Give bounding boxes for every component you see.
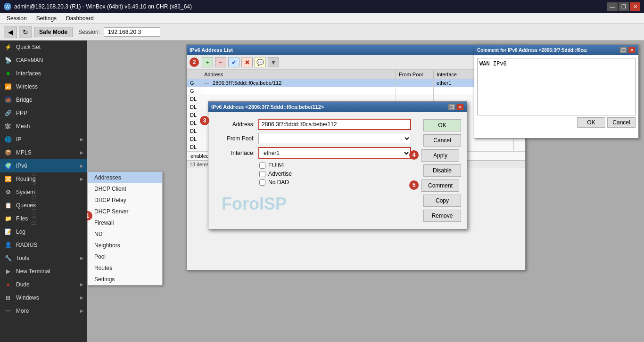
comment-ok-btn[interactable]: OK [577, 117, 605, 128]
comment-button[interactable]: 💬 [255, 57, 266, 67]
ipv6-window-title: IPv6 Address List [190, 47, 233, 53]
step-badge-5: 5 [409, 180, 419, 190]
interface-row: Interface: ether1 [217, 147, 411, 159]
submenu-item-dhcp-client[interactable]: DHCP Client [88, 183, 162, 195]
sidebar-item-routing[interactable]: 🔀 Routing [0, 172, 87, 186]
more-icon: ⋯ [4, 307, 12, 315]
ip-icon: 🌐 [4, 135, 12, 144]
nodad-row: No DAD [259, 179, 411, 186]
comment-restore-btn[interactable]: ❐ [619, 47, 627, 53]
advertise-checkbox[interactable] [259, 171, 265, 177]
submenu-item-nd[interactable]: ND [88, 228, 162, 240]
sidebar-item-ppp[interactable]: 🔗 PPP [0, 106, 87, 120]
routing-icon: 🔀 [4, 175, 12, 183]
log-icon: 📝 [4, 228, 12, 236]
enable-button[interactable]: ✔ [228, 57, 239, 67]
comment-cancel-btn[interactable]: Cancel [607, 117, 636, 128]
submenu-item-addresses[interactable]: Addresses [88, 172, 162, 183]
wireless-icon: 📶 [4, 82, 12, 91]
sidebar-item-ip[interactable]: 🌐 IP [0, 133, 87, 146]
submenu-item-routes[interactable]: Routes [88, 262, 162, 274]
from-pool-label: From Pool: [217, 135, 255, 142]
sidebar-item-capsman[interactable]: 📡 CAPsMAN [0, 54, 87, 67]
apply-button[interactable]: Apply [421, 149, 459, 162]
ipv6-submenu: Addresses DHCP Client DHCP Relay DHCP Se… [87, 171, 163, 285]
sidebar-item-dude[interactable]: ● Dude [0, 278, 87, 291]
forward-button[interactable]: ↻ [19, 26, 32, 38]
foro-watermark: ForoISP [222, 194, 287, 214]
disable-button-dialog[interactable]: Disable [423, 164, 461, 177]
cancel-button[interactable]: Cancel [423, 134, 461, 147]
submenu-item-dhcp-relay[interactable]: DHCP Relay [88, 195, 162, 206]
sidebar-item-log[interactable]: 📝 Log [0, 225, 87, 238]
files-icon: 📁 [4, 214, 12, 223]
menu-dashboard[interactable]: Dashboard [61, 14, 99, 23]
edit-restore-button[interactable]: ❐ [448, 104, 455, 110]
row-flag: G [187, 79, 201, 87]
sidebar-item-mesh[interactable]: 🕸 Mesh [0, 120, 87, 133]
sidebar-item-mpls[interactable]: 📦 MPLS [0, 146, 87, 159]
sidebar-item-more[interactable]: ⋯ More [0, 304, 87, 318]
dialog-buttons: OK Cancel 4 Apply Disable 5 Comment [420, 116, 467, 225]
sidebar-item-tools[interactable]: 🔧 Tools [0, 252, 87, 265]
edit-dialog-controls: ❐ ✕ [448, 104, 464, 110]
edit-dialog-title-bar: IPv6 Address <2806:3f7:5ddd::f0ca:bebe/1… [208, 102, 467, 112]
menu-settings[interactable]: Settings [32, 14, 61, 23]
comment-window-title-bar: Comment for IPv6 Address <2806:3f7:5ddd:… [474, 45, 638, 55]
safe-mode-button[interactable]: Safe Mode [34, 27, 73, 37]
sidebar-item-quick-set[interactable]: ⚡ Quick Set [0, 41, 87, 54]
minimize-button[interactable]: — [607, 2, 618, 11]
edit-dialog-title: IPv6 Address <2806:3f7:5ddd::f0ca:bebe/1… [211, 104, 324, 110]
sidebar-item-files[interactable]: 📁 Files [0, 212, 87, 225]
sidebar-item-windows[interactable]: ⊞ Windows [0, 291, 87, 304]
sidebar-item-bridge[interactable]: 🌉 Bridge [0, 93, 87, 106]
close-button[interactable]: ✕ [630, 2, 640, 11]
submenu-item-neighbors[interactable]: Neighbors [88, 240, 162, 251]
eui64-row: EUI64 [259, 162, 411, 169]
sidebar-item-queues[interactable]: 📋 Queues [0, 199, 87, 212]
ipv6-edit-dialog: IPv6 Address <2806:3f7:5ddd::f0ca:bebe/1… [208, 101, 467, 229]
sidebar-item-ipv6[interactable]: 🌍 IPv6 [0, 159, 87, 172]
eui64-checkbox[interactable] [259, 163, 265, 169]
submenu-item-settings[interactable]: Settings [88, 274, 162, 285]
add-address-button[interactable]: + [202, 57, 213, 67]
submenu-item-pool[interactable]: Pool [88, 251, 162, 262]
mpls-icon: 📦 [4, 148, 12, 157]
comment-textarea[interactable]: WAN IPv6 [477, 58, 636, 115]
sidebar-item-radius[interactable]: 👤 RADIUS [0, 238, 87, 252]
comment-window: Comment for IPv6 Address <2806:3f7:5ddd:… [474, 44, 639, 138]
content-area: Addresses DHCP Client DHCP Relay DHCP Se… [87, 41, 644, 342]
sidebar-item-system[interactable]: ⚙ System [0, 186, 87, 199]
menu-session[interactable]: Session [2, 14, 32, 23]
submenu-item-firewall[interactable]: Firewall [88, 217, 162, 228]
ipv6-icon: 🌍 [4, 162, 12, 170]
remove-button-dialog[interactable]: Remove [423, 210, 461, 222]
sidebar-item-new-terminal[interactable]: ▶ New Terminal [0, 265, 87, 278]
filter-button[interactable]: ▼ [268, 57, 279, 67]
row-interface: ether1 [434, 79, 476, 87]
comment-close-btn[interactable]: ✕ [628, 47, 636, 53]
disable-button[interactable]: ✖ [241, 57, 253, 67]
toolbar: ◀ ↻ Safe Mode Session: 192.168.20.3 [0, 24, 644, 41]
remove-address-button[interactable]: − [215, 57, 226, 67]
submenu-item-dhcp-server[interactable]: DHCP Server [88, 206, 162, 217]
edit-close-button[interactable]: ✕ [456, 104, 464, 110]
comment-window-title: Comment for IPv6 Address <2806:3f7:5ddd:… [477, 48, 587, 53]
back-button[interactable]: ◀ [4, 26, 17, 38]
row-from-pool [396, 79, 434, 87]
copy-button[interactable]: Copy [423, 195, 461, 207]
ok-button[interactable]: OK [423, 119, 461, 131]
sidebar-item-interfaces[interactable]: ■ Interfaces [0, 67, 87, 80]
main-layout: RouterOS WinBox ⚡ Quick Set 📡 CAPsMAN ■ … [0, 41, 644, 342]
advertise-label: Advertise [268, 171, 292, 177]
interface-select[interactable]: ether1 [258, 147, 411, 159]
maximize-button[interactable]: ❐ [619, 2, 629, 11]
address-input[interactable] [258, 119, 411, 130]
sidebar-item-wireless[interactable]: 📶 Wireless [0, 80, 87, 93]
from-pool-select[interactable] [258, 133, 411, 144]
step-badge-4: 4 [409, 150, 419, 160]
address-row: Address: [217, 119, 411, 130]
nodad-label: No DAD [268, 179, 289, 186]
comment-button-dialog[interactable]: Comment [421, 179, 459, 192]
nodad-checkbox[interactable] [259, 179, 265, 186]
